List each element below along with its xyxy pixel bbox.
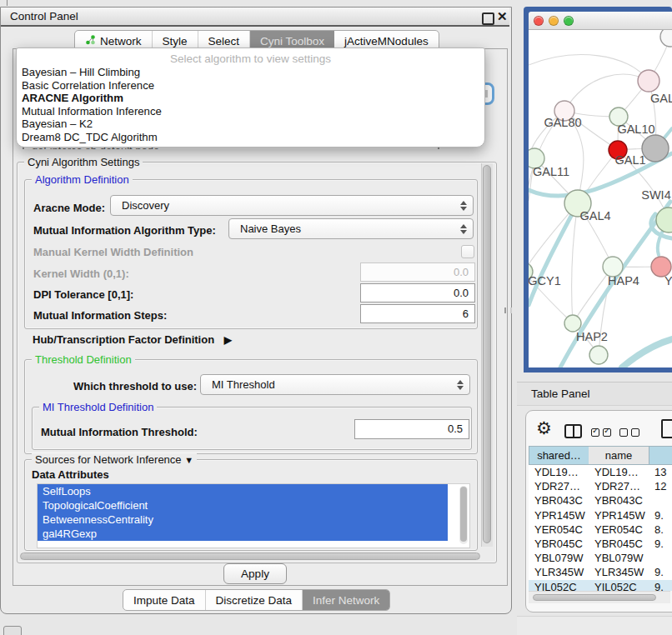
algorithm-dropdown[interactable]: Select algorithm to view settings Bayesi… — [16, 48, 485, 148]
table-row[interactable]: YBR045CYBR045C9. — [529, 537, 672, 551]
algorithm-option[interactable]: Dream8 DC_TDC Algorithm — [17, 131, 484, 144]
table-header-row[interactable]: shared…name — [529, 446, 672, 465]
table-column-header[interactable]: name — [589, 446, 649, 465]
split-columns-icon[interactable] — [564, 424, 582, 438]
table-row[interactable]: YLR345WYLR345W9. — [529, 565, 672, 579]
table-cell: YBR045C — [589, 537, 649, 551]
data-attribute-item[interactable]: SelfLoops — [38, 484, 448, 498]
algorithm-option[interactable]: Basic Correlation Inference — [17, 79, 484, 92]
data-attribute-item[interactable]: gal4RGexp — [38, 527, 448, 541]
network-canvas[interactable]: GALGAL80GAL10GAL1GAL11SWI4GAL4GCY1HAP4YH… — [529, 30, 672, 368]
table-row[interactable]: YDR27…YDR27…12 — [529, 479, 672, 493]
mi-type-combo[interactable]: Naive Bayes — [228, 218, 474, 239]
bottom-right-strip — [517, 616, 672, 635]
table-cell: 12 — [649, 479, 672, 493]
table-horizontal-scrollbar[interactable] — [529, 591, 670, 603]
table-row[interactable]: YBR043CYBR043C — [529, 493, 672, 508]
zoom-traffic-light-icon[interactable] — [564, 16, 574, 26]
settings-horizontal-thumb[interactable] — [20, 552, 480, 560]
apply-button[interactable]: Apply — [223, 563, 287, 584]
table-row[interactable]: YDL19…YDL19…13 — [529, 465, 672, 479]
table-row[interactable]: YIL052CYIL052C9. — [529, 580, 672, 592]
which-threshold-combo[interactable]: MI Threshold — [200, 374, 470, 395]
close-icon[interactable]: ✕ — [497, 9, 508, 24]
tab-impute-data[interactable]: Impute Data — [123, 590, 206, 610]
collapsed-panel-button[interactable] — [3, 626, 22, 635]
table-cell: YIL052C — [529, 580, 589, 592]
network-node[interactable] — [638, 70, 659, 92]
tab-label: Style — [163, 35, 188, 48]
network-node[interactable] — [656, 208, 672, 232]
tab-label: jActiveMNodules — [344, 35, 429, 48]
node-label: GAL4 — [579, 209, 610, 222]
gear-icon[interactable]: ⚙ — [536, 418, 552, 438]
algorithm-option[interactable]: Bayesian – Hill Climbing — [17, 66, 484, 79]
list-scrollbar-thumb[interactable] — [460, 487, 467, 542]
mi-threshold-group-title: MI Threshold Definition — [39, 401, 157, 413]
table-row[interactable]: YBL079WYBL079W — [529, 551, 672, 565]
dpi-tolerance-field[interactable]: 0.0 — [360, 283, 475, 302]
table-cell: YIL052C — [589, 580, 649, 592]
algorithm-option[interactable]: Bayesian – K2 — [17, 118, 484, 131]
mi-steps-field[interactable]: 6 — [360, 304, 475, 323]
top-edge-tick — [7, 0, 8, 6]
table-rows[interactable]: YDL19…YDL19…13YDR27…YDR27…12YBR043CYBR04… — [529, 465, 672, 591]
tab-label: Infer Network — [313, 594, 379, 607]
table-row[interactable]: YPR145WYPR145W9. — [529, 508, 672, 522]
list-scrollbar[interactable] — [459, 486, 468, 544]
table-panel-titlebar[interactable]: Table Panel — [517, 382, 672, 406]
algorithm-option[interactable]: ARACNE Algorithm — [17, 92, 484, 105]
combo-spinner-icon — [460, 224, 467, 234]
table-cell: YLR345W — [529, 565, 589, 579]
threshold-definition-title: Threshold Definition — [32, 353, 135, 366]
cyni-algorithm-settings-title: Cyni Algorithm Settings — [24, 156, 143, 168]
tab-infer-network[interactable]: Infer Network — [303, 590, 389, 610]
settings-vertical-scrollbar[interactable] — [481, 163, 493, 547]
manual-kernel-checkbox[interactable] — [461, 245, 474, 258]
sources-title-row[interactable]: Sources for Network Inference ▼ — [32, 453, 197, 466]
table-scrollbar-thumb[interactable] — [533, 594, 656, 601]
data-attributes-list[interactable]: SelfLoopsTopologicalCoefficientBetweenne… — [37, 483, 470, 548]
panel-splitter-handle[interactable] — [504, 308, 512, 313]
close-traffic-light-icon[interactable] — [534, 16, 544, 26]
table-cell — [649, 551, 672, 565]
data-attribute-item[interactable]: TopologicalCoefficient — [38, 498, 448, 512]
data-attribute-item[interactable]: BetweennessCentrality — [38, 512, 448, 527]
float-window-icon[interactable] — [482, 12, 494, 25]
aracne-mode-combo[interactable]: Discovery — [110, 195, 474, 216]
deselect-all-icon[interactable] — [619, 428, 639, 437]
tab-label: Cyni Toolbox — [260, 35, 324, 48]
node-label: GAL11 — [533, 165, 569, 178]
network-node[interactable] — [642, 135, 669, 162]
network-window-titlebar[interactable] — [529, 12, 672, 30]
hub-tf-definition-label: Hub/Transcription Factor Definition — [33, 333, 214, 346]
node-label: SWI4 — [641, 188, 670, 202]
network-node[interactable] — [564, 315, 581, 332]
chevron-right-icon[interactable]: ▶ — [224, 334, 232, 346]
table-cell: YDL19… — [529, 465, 589, 479]
settings-vertical-thumb[interactable] — [483, 165, 491, 543]
control-panel-titlebar[interactable]: Control Panel ✕ — [1, 8, 509, 27]
hub-tf-definition-row[interactable]: Hub/Transcription Factor Definition ▶ — [33, 333, 232, 346]
algorithm-dropdown-list: Bayesian – Hill ClimbingBasic Correlatio… — [17, 66, 484, 143]
algorithm-option[interactable]: Mutual Information Inference — [17, 105, 484, 118]
mi-threshold-field[interactable]: 0.5 — [354, 419, 469, 439]
network-node[interactable] — [660, 30, 672, 47]
network-node[interactable] — [589, 346, 608, 364]
table-cell: 9. — [649, 580, 672, 592]
tab-discretize-data[interactable]: Discretize Data — [206, 590, 303, 610]
combo-spinner-icon — [460, 201, 467, 211]
apply-button-label: Apply — [241, 568, 269, 580]
table-column-header[interactable] — [649, 446, 672, 465]
table-row[interactable]: YER054CYER054C8. — [529, 522, 672, 537]
chevron-down-icon[interactable]: ▼ — [184, 455, 193, 465]
select-all-icon[interactable] — [591, 428, 611, 437]
table-cell: YBR045C — [529, 537, 589, 551]
table-cell: YER054C — [529, 522, 589, 537]
data-attributes-label: Data Attributes — [32, 468, 109, 481]
table-column-header[interactable]: shared… — [529, 446, 589, 465]
table-cell: 13 — [649, 465, 672, 479]
minimize-traffic-light-icon[interactable] — [549, 16, 559, 26]
document-icon[interactable] — [661, 419, 672, 438]
kernel-width-label: Kernel Width (0,1): — [33, 268, 129, 280]
